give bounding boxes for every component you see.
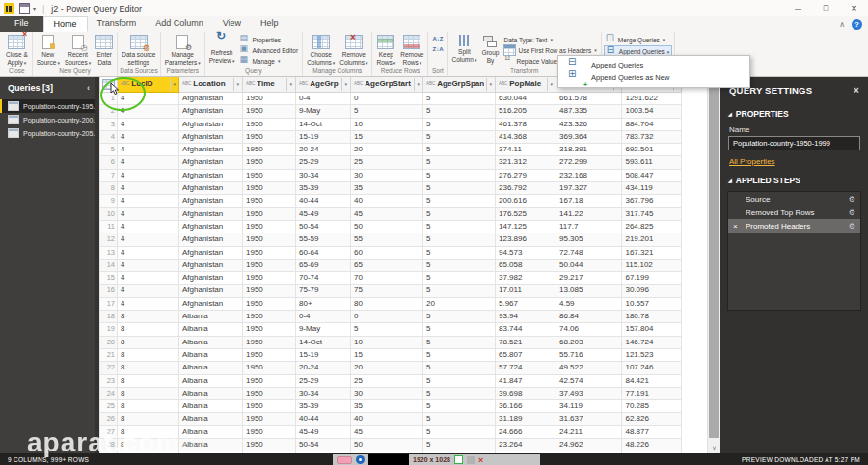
cell[interactable]: 1950	[243, 285, 296, 297]
scrollbar-thumb[interactable]	[709, 88, 719, 438]
query-item-population-country-205[interactable]: Population-country-205...	[0, 126, 95, 140]
cell[interactable]: 0-4	[296, 311, 351, 323]
save-icon[interactable]	[19, 3, 30, 14]
cell[interactable]: 5	[423, 144, 496, 156]
close-panel-icon[interactable]: ×	[854, 85, 859, 96]
ribbon-button-recent-sources[interactable]: RecentSources▾	[63, 33, 93, 68]
cell[interactable]: 20-24	[296, 362, 351, 374]
cell[interactable]: 107.246	[622, 362, 682, 374]
cell[interactable]: Albania	[179, 336, 243, 348]
cell[interactable]: 276.279	[496, 169, 556, 181]
cell[interactable]: 5	[423, 93, 496, 105]
cell[interactable]: 147.125	[496, 220, 556, 232]
cell[interactable]: 30	[351, 387, 423, 399]
cell[interactable]: 367.796	[622, 195, 682, 207]
cell[interactable]: 1950	[243, 118, 296, 130]
row-number[interactable]: 13	[100, 246, 118, 259]
ribbon-button-choose-columns[interactable]: ChooseColumns▾	[305, 33, 337, 68]
cell[interactable]: 5	[423, 118, 496, 130]
row-number[interactable]: 20	[100, 336, 118, 348]
cell[interactable]: 30-34	[296, 387, 351, 399]
cell[interactable]: 0	[351, 311, 423, 323]
cell[interactable]: 30.096	[622, 285, 682, 297]
collapse-panel-icon[interactable]: ‹	[87, 83, 90, 93]
collapse-triangle-icon[interactable]: ◢	[728, 111, 732, 117]
cell[interactable]: 8	[118, 387, 179, 399]
cell[interactable]: 1950	[243, 311, 296, 323]
cell[interactable]: 8	[118, 323, 179, 336]
column-header-agegrp[interactable]: ABCAgeGrp▾	[296, 77, 351, 93]
cell[interactable]: 176.525	[496, 207, 556, 220]
cell[interactable]: Albania	[179, 348, 243, 361]
cell[interactable]: 35	[351, 182, 423, 195]
cell[interactable]: 661.578	[556, 93, 622, 105]
cell[interactable]: 20	[423, 297, 496, 310]
tab-add-column[interactable]: Add Column	[146, 16, 213, 32]
row-number[interactable]: 17	[100, 297, 118, 310]
ribbon-button-az[interactable]	[430, 35, 445, 44]
ribbon-button-split-column[interactable]: SplitColumn▾	[449, 33, 478, 68]
cell[interactable]: Afghanistan	[179, 233, 243, 246]
cell[interactable]: 1950	[243, 323, 296, 336]
row-number[interactable]: 11	[100, 220, 118, 232]
cell[interactable]: 5	[423, 348, 496, 361]
column-header-agegrpspan[interactable]: ABCAgeGrpSpan▾	[423, 77, 496, 93]
cell[interactable]: 70.285	[622, 400, 682, 413]
cell[interactable]: 17.011	[496, 285, 556, 297]
cell[interactable]: 115.102	[622, 259, 682, 271]
row-number[interactable]: 14	[100, 259, 118, 271]
cell[interactable]: 68.203	[556, 336, 622, 348]
cell[interactable]: 5	[423, 323, 496, 336]
cell[interactable]: 8	[118, 311, 179, 323]
cell[interactable]: 5	[423, 439, 496, 451]
filter-dropdown-icon[interactable]: ▾	[286, 78, 292, 90]
cell[interactable]: 23.264	[496, 439, 556, 451]
cell[interactable]: 232.168	[556, 169, 622, 181]
cell[interactable]: 5	[423, 156, 496, 169]
all-properties-link[interactable]: All Properties	[720, 150, 784, 168]
cell[interactable]: 1950	[243, 156, 296, 169]
cell[interactable]: 8	[118, 348, 179, 361]
cell[interactable]: 1950	[243, 413, 296, 425]
applied-step-promoted-headers[interactable]: ×Promoted Headers⚙	[728, 219, 860, 232]
cell[interactable]: Albania	[179, 400, 243, 413]
cell[interactable]: 20	[351, 144, 423, 156]
cell[interactable]: 5	[423, 336, 496, 348]
cell[interactable]: 516.205	[496, 105, 556, 118]
cell[interactable]: 1950	[243, 233, 296, 246]
column-header-popmale[interactable]: ABCPopMale▾	[496, 77, 556, 93]
cell[interactable]: 50.044	[556, 259, 622, 271]
row-number[interactable]: 26	[100, 413, 118, 425]
cell[interactable]: 1950	[243, 93, 296, 105]
cell[interactable]: 60	[351, 246, 423, 259]
ribbon-button-data-type-text[interactable]: Data Type: Text▾	[502, 35, 598, 44]
cell[interactable]: 5	[423, 182, 496, 195]
row-number[interactable]: 12	[100, 233, 118, 246]
cell[interactable]: 4	[118, 169, 179, 181]
cell[interactable]: 434.119	[622, 182, 682, 195]
cell[interactable]: Afghanistan	[179, 297, 243, 310]
cell[interactable]: 15-19	[296, 130, 351, 143]
cell[interactable]: 35	[351, 400, 423, 413]
cell[interactable]: Albania	[179, 374, 243, 387]
cell[interactable]: 84.421	[622, 374, 682, 387]
applied-step-removed-top-rows[interactable]: Removed Top Rows⚙	[728, 205, 860, 219]
cell[interactable]: Afghanistan	[179, 259, 243, 271]
filter-dropdown-icon[interactable]: ▾	[486, 78, 492, 90]
filter-dropdown-icon[interactable]: ▾	[233, 78, 239, 90]
cell[interactable]: 219.201	[622, 233, 682, 246]
cell[interactable]: 57.724	[496, 362, 556, 374]
cell[interactable]: 45-49	[296, 425, 351, 438]
cell[interactable]: 70	[351, 272, 423, 285]
cell[interactable]: 42.574	[556, 374, 622, 387]
cell[interactable]: 5	[423, 130, 496, 143]
cell[interactable]: 30-34	[296, 169, 351, 181]
cell[interactable]: 123.896	[496, 233, 556, 246]
cell[interactable]: Afghanistan	[179, 118, 243, 130]
cell[interactable]: 4	[118, 195, 179, 207]
minimize-button[interactable]	[784, 0, 812, 16]
row-number[interactable]: 18	[100, 311, 118, 323]
cell[interactable]: 146.724	[622, 336, 682, 348]
cell[interactable]: Afghanistan	[179, 195, 243, 207]
cell[interactable]: 4	[118, 246, 179, 259]
